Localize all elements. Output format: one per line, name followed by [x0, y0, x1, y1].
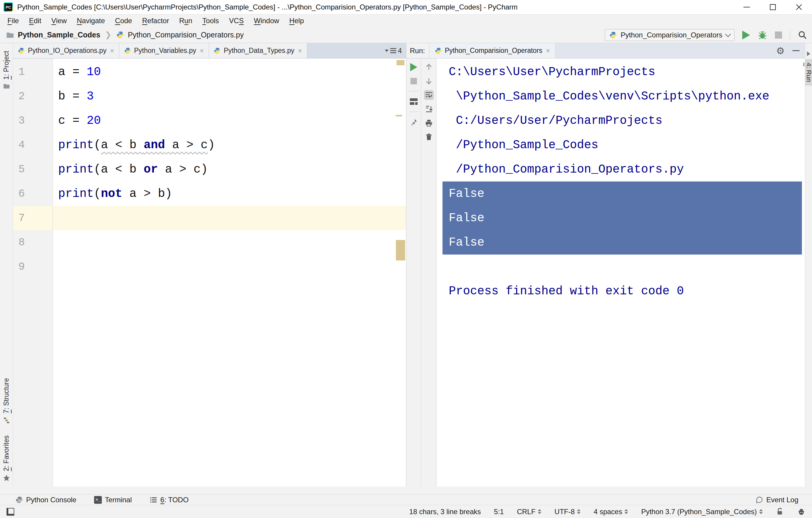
- close-icon[interactable]: ×: [110, 47, 114, 55]
- event-log-balloon-icon: [756, 496, 763, 504]
- run-button[interactable]: [742, 31, 750, 39]
- editor-gutter: 123456789: [13, 58, 53, 487]
- scrollbar-thumb[interactable]: [396, 240, 405, 261]
- scroll-to-end-button[interactable]: [425, 105, 433, 113]
- down-stacktrace-button[interactable]: [425, 77, 433, 85]
- menu-edit[interactable]: Edit: [24, 17, 46, 25]
- tool-button-structure[interactable]: 7: Structure: [2, 378, 10, 424]
- folder-icon: [6, 31, 14, 39]
- console-line: Process finished with exit code 0: [442, 279, 802, 303]
- menu-window[interactable]: Window: [249, 17, 284, 25]
- python-console-icon: [16, 496, 23, 504]
- run-console-output[interactable]: C:\Users\User\PycharmProjects \Python_Sa…: [437, 58, 805, 487]
- toolbar-separator: [790, 30, 790, 40]
- code-editor[interactable]: 123456789 a = 10b = 3c = 20print(a < b a…: [13, 58, 406, 487]
- tab-python-variables[interactable]: Python_Variables.py ×: [119, 43, 209, 58]
- restore-layout-button[interactable]: [409, 97, 418, 106]
- line-number: 8: [13, 230, 53, 254]
- title-bar: PC Python_Sample_Codes [C:\Users\User\Py…: [0, 0, 812, 15]
- menu-code[interactable]: Code: [110, 17, 137, 25]
- menu-run[interactable]: Run: [174, 17, 197, 25]
- close-icon[interactable]: ×: [546, 47, 550, 55]
- tab-python-io-operations[interactable]: Python_IO_Operations.py ×: [13, 43, 119, 58]
- menu-tools[interactable]: Tools: [197, 17, 224, 25]
- up-stacktrace-button[interactable]: [425, 63, 433, 72]
- run-configuration-select[interactable]: Python_Comparision_Operators: [605, 29, 734, 41]
- tool-button-favorites[interactable]: 2: Favorites: [2, 435, 10, 482]
- breadcrumb-file[interactable]: Python_Comparision_Operators.py: [128, 31, 244, 39]
- close-icon[interactable]: ×: [200, 47, 204, 55]
- run-console-tab[interactable]: Python_Comparision_Operators ×: [429, 43, 556, 58]
- code-line: [53, 230, 406, 254]
- search-everywhere-icon[interactable]: [798, 30, 807, 40]
- tool-button-run[interactable]: 4: Run: [805, 59, 812, 85]
- run-left-toolbar: [406, 58, 421, 487]
- clear-console-button[interactable]: [425, 133, 433, 141]
- close-button[interactable]: [786, 0, 812, 14]
- interpreter-widget[interactable]: Python 3.7 (Python_Sample_Codes): [641, 508, 763, 516]
- stripe-arrow-icon[interactable]: [807, 51, 810, 56]
- stop-button[interactable]: [775, 31, 782, 38]
- hidden-tabs-button[interactable]: 4: [385, 43, 406, 58]
- caret-position[interactable]: 5:1: [494, 508, 504, 516]
- tool-button-todo[interactable]: 6: TODO: [150, 496, 188, 504]
- python-file-icon: [609, 31, 617, 39]
- menu-vcs[interactable]: VCS: [224, 17, 249, 25]
- maximize-button[interactable]: [760, 0, 786, 14]
- minimize-button[interactable]: [734, 0, 760, 14]
- rerun-button[interactable]: [409, 63, 418, 72]
- hide-tool-window-icon[interactable]: [792, 50, 800, 51]
- toolbar-separator: [409, 112, 418, 112]
- stop-process-button[interactable]: [409, 77, 418, 85]
- left-tool-stripe: 1: Project 7: Structure 2: Favorites: [0, 43, 13, 487]
- tool-window-bars-toggle[interactable]: [6, 508, 14, 516]
- close-icon[interactable]: ×: [298, 47, 302, 55]
- toolbar-separator: [409, 91, 418, 91]
- console-line: False: [442, 182, 802, 206]
- editor-scrollbar[interactable]: [395, 58, 406, 487]
- line-number: 9: [13, 254, 53, 279]
- menu-view[interactable]: View: [46, 17, 72, 25]
- menu-refactor[interactable]: Refactor: [137, 17, 174, 25]
- run-header-actions: ⚙: [556, 43, 805, 58]
- tool-button-event-log[interactable]: Event Log: [756, 496, 799, 504]
- menu-help[interactable]: Help: [284, 17, 309, 25]
- menu-navigate[interactable]: Navigate: [72, 17, 110, 25]
- project-folder-icon: [3, 83, 10, 90]
- highlighting-level-icon[interactable]: [797, 508, 806, 516]
- settings-gear-icon[interactable]: ⚙: [776, 46, 785, 56]
- soft-wrap-button[interactable]: [425, 90, 433, 100]
- breadcrumb-project[interactable]: Python_Sample_Codes: [18, 31, 100, 39]
- tool-button-project[interactable]: 1: Project: [2, 51, 10, 90]
- menu-file[interactable]: File: [2, 17, 24, 25]
- encoding-widget[interactable]: UTF-8: [554, 508, 581, 516]
- print-button[interactable]: [425, 118, 433, 128]
- spinner-arrows-icon: [577, 509, 581, 514]
- right-tool-stripe: 4: Run: [805, 43, 812, 487]
- line-separator-widget[interactable]: CRLF: [517, 508, 542, 516]
- warning-stripe-mark: [396, 115, 402, 116]
- window-title: Python_Sample_Codes [C:\Users\User\Pycha…: [17, 3, 518, 11]
- editor-content[interactable]: a = 10b = 3c = 20print(a < b and a > c)p…: [53, 58, 406, 487]
- tab-python-data-types[interactable]: Python_Data_Types.py ×: [209, 43, 307, 58]
- minimize-icon: [744, 7, 750, 7]
- unlock-icon[interactable]: [776, 508, 784, 516]
- indent-widget[interactable]: 4 spaces: [593, 508, 628, 516]
- menu-bar: File Edit View Navigate Code Refactor Ru…: [0, 15, 812, 27]
- debug-button[interactable]: [758, 30, 767, 40]
- chevron-down-icon: [725, 31, 731, 37]
- tool-button-terminal[interactable]: >_ Terminal: [94, 496, 132, 504]
- left-stripe-bottom: 7: Structure 2: Favorites: [2, 378, 10, 482]
- line-number: 1: [13, 60, 53, 84]
- console-toolbar: [421, 58, 437, 487]
- pin-tab-button[interactable]: [409, 118, 418, 127]
- status-bar-widgets: 18 chars, 3 line breaks 5:1 CRLF UTF-8 4…: [409, 508, 806, 516]
- spinner-arrows-icon: [625, 509, 628, 514]
- tool-button-python-console[interactable]: Python Console: [16, 496, 76, 504]
- line-number: 6: [13, 182, 53, 206]
- python-file-icon: [435, 47, 442, 54]
- console-line: \Python_Sample_Codes\venv\Scripts\python…: [442, 84, 802, 108]
- pycharm-window: PC Python_Sample_Codes [C:\Users\User\Py…: [0, 0, 812, 518]
- code-line: print(not a > b): [53, 182, 406, 206]
- python-file-icon: [124, 47, 131, 54]
